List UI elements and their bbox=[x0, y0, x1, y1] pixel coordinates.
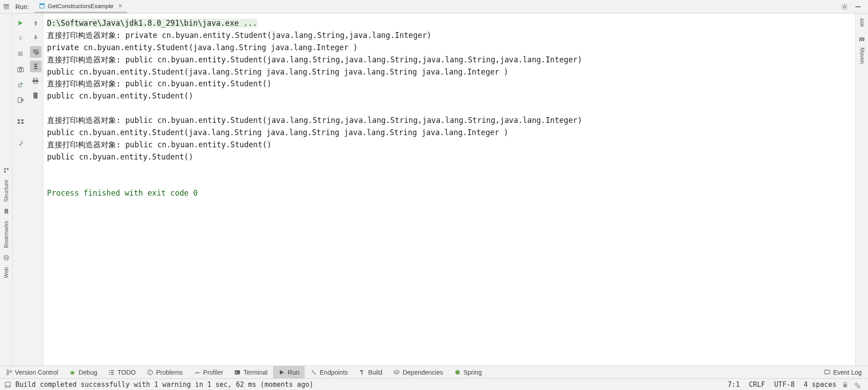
tab-event-log[interactable]: Event Log bbox=[817, 366, 868, 378]
tab-terminal[interactable]: Terminal bbox=[229, 366, 273, 378]
tool-window-icon bbox=[0, 0, 13, 13]
soft-wrap-toggle[interactable] bbox=[30, 46, 42, 58]
structure-icon[interactable] bbox=[1, 165, 11, 175]
svg-rect-51 bbox=[111, 374, 114, 375]
console-exit-line: Process finished with exit code 0 bbox=[47, 188, 198, 197]
sidebar-item-web[interactable]: Web bbox=[3, 267, 9, 278]
svg-rect-3 bbox=[40, 4, 44, 5]
tab-label: TODO bbox=[118, 369, 136, 376]
sidebar-item-structure[interactable]: Structure bbox=[3, 180, 9, 202]
console-command-line: D:\Software\Java\jdk1.8.0_291\bin\java.e… bbox=[47, 19, 257, 28]
tab-build[interactable]: Build bbox=[354, 366, 388, 378]
sidebar-item-bookmarks[interactable]: Bookmarks bbox=[3, 221, 9, 248]
layout-icon[interactable] bbox=[14, 116, 26, 127]
tab-todo[interactable]: TODO bbox=[103, 366, 141, 378]
gear-icon[interactable] bbox=[841, 3, 848, 10]
stop-button[interactable] bbox=[14, 48, 26, 60]
status-encoding[interactable]: UTF-8 bbox=[770, 381, 799, 389]
pin-icon[interactable] bbox=[14, 137, 26, 149]
svg-rect-53 bbox=[150, 371, 150, 373]
tab-dependencies[interactable]: Dependencies bbox=[388, 366, 449, 378]
console-actions-column bbox=[28, 14, 43, 366]
settings-sync-icon[interactable] bbox=[853, 381, 861, 389]
status-build-message: Build completed successfully with 1 warn… bbox=[15, 381, 313, 389]
console-line: public cn.byuan.entity.Student(java.lang… bbox=[47, 67, 508, 76]
svg-line-42 bbox=[70, 372, 71, 372]
run-tool-window-header: Run: GetConstructorsExample ✕ bbox=[0, 0, 868, 14]
terminal-icon bbox=[234, 369, 241, 376]
endpoints-icon bbox=[310, 369, 317, 376]
svg-point-23 bbox=[19, 69, 22, 71]
maven-icon[interactable]: m bbox=[859, 35, 864, 43]
hammer-icon bbox=[359, 369, 366, 376]
sidebar-item-maven[interactable]: Maven bbox=[859, 47, 865, 64]
bookmark-icon[interactable] bbox=[1, 207, 11, 216]
run-actions-column bbox=[13, 14, 28, 366]
spring-icon bbox=[454, 369, 461, 376]
svg-rect-65 bbox=[824, 370, 830, 374]
tab-label: Build bbox=[368, 369, 382, 376]
console-line: public cn.byuan.entity.Student() bbox=[47, 152, 193, 161]
status-caret-position[interactable]: 7:1 bbox=[723, 381, 744, 389]
svg-line-44 bbox=[70, 373, 71, 374]
svg-rect-49 bbox=[111, 370, 114, 371]
run-label: Run: bbox=[13, 3, 32, 10]
run-tab-getconstructorsexample[interactable]: GetConstructorsExample ✕ bbox=[34, 0, 127, 13]
print-icon[interactable] bbox=[30, 75, 42, 87]
web-icon[interactable] bbox=[1, 253, 11, 263]
scroll-to-end-toggle[interactable] bbox=[30, 61, 42, 72]
down-icon[interactable] bbox=[30, 32, 42, 43]
tab-label: Run bbox=[288, 369, 300, 376]
lock-icon[interactable] bbox=[841, 381, 849, 389]
camera-icon[interactable] bbox=[14, 63, 26, 75]
svg-line-9 bbox=[842, 5, 843, 5]
svg-point-64 bbox=[455, 370, 460, 375]
warning-icon bbox=[146, 369, 153, 376]
svg-rect-47 bbox=[109, 372, 110, 373]
console-output[interactable]: D:\Software\Java\jdk1.8.0_291\bin\java.e… bbox=[43, 14, 855, 366]
console-line: public cn.byuan.entity.Student(java.lang… bbox=[47, 128, 508, 137]
rerun-button[interactable] bbox=[14, 17, 26, 29]
svg-rect-48 bbox=[109, 374, 110, 375]
tab-endpoints[interactable]: Endpoints bbox=[305, 366, 353, 378]
svg-rect-46 bbox=[109, 370, 110, 371]
close-icon[interactable]: ✕ bbox=[118, 3, 123, 9]
up-icon[interactable] bbox=[30, 17, 42, 29]
svg-rect-29 bbox=[21, 119, 24, 121]
gauge-icon bbox=[193, 369, 200, 376]
minimize-icon[interactable] bbox=[854, 3, 862, 10]
tool-windows-icon[interactable] bbox=[4, 381, 12, 389]
svg-line-12 bbox=[846, 5, 847, 5]
svg-rect-50 bbox=[111, 372, 114, 373]
tab-spring[interactable]: Spring bbox=[448, 366, 487, 378]
tab-profiler[interactable]: Profiler bbox=[188, 366, 228, 378]
console-line: 直接打印构造器对象: public cn.byuan.entity.Studen… bbox=[47, 116, 582, 125]
svg-rect-15 bbox=[7, 168, 9, 170]
svg-rect-13 bbox=[855, 6, 861, 7]
svg-point-75 bbox=[858, 385, 860, 388]
trash-icon[interactable] bbox=[30, 89, 42, 101]
tab-label: Event Log bbox=[833, 369, 862, 376]
svg-rect-61 bbox=[360, 370, 363, 371]
svg-rect-16 bbox=[4, 171, 6, 173]
svg-line-11 bbox=[842, 8, 843, 9]
debug-attach-icon[interactable] bbox=[14, 79, 26, 90]
tab-problems[interactable]: Problems bbox=[141, 366, 188, 378]
svg-point-70 bbox=[855, 383, 857, 385]
svg-rect-32 bbox=[33, 78, 38, 80]
bug-icon bbox=[69, 369, 76, 376]
tab-run[interactable]: Run bbox=[273, 366, 305, 378]
tab-debug[interactable]: Debug bbox=[64, 366, 103, 378]
tab-version-control[interactable]: Version Control bbox=[0, 366, 64, 378]
tab-label: Endpoints bbox=[320, 369, 348, 376]
status-indent[interactable]: 4 spaces bbox=[799, 381, 841, 389]
tab-label: Spring bbox=[463, 369, 481, 376]
svg-rect-30 bbox=[18, 122, 20, 124]
sidebar-item-ase[interactable]: ase bbox=[859, 18, 865, 27]
svg-marker-26 bbox=[21, 82, 24, 84]
status-line-separator[interactable]: CRLF bbox=[744, 381, 769, 389]
list-icon bbox=[108, 369, 115, 376]
wrench-icon[interactable] bbox=[14, 33, 26, 44]
exit-icon[interactable] bbox=[14, 94, 26, 106]
console-line: 直接打印构造器对象: public cn.byuan.entity.Studen… bbox=[47, 79, 272, 88]
